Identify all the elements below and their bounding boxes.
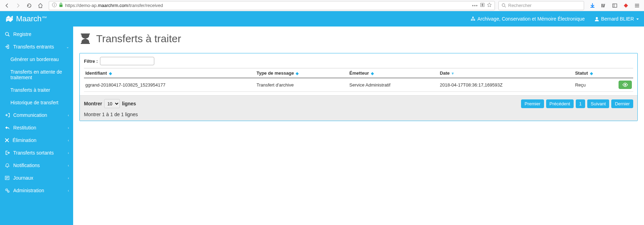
svg-rect-16 [471,20,472,21]
user-menu[interactable]: Bernard BLIER [595,16,639,22]
cell-date: 2018-04-17T08:36:17,169593Z [439,78,574,92]
app-header: Maarch RM Archivage, Conservation et Mém… [0,11,644,27]
sidebar-toggle-button[interactable] [610,1,620,10]
svg-point-28 [6,189,7,190]
sidebar-item-label: Notifications [13,163,40,168]
sidebar-item-administration[interactable]: Administration ‹ [0,184,73,197]
view-button[interactable] [619,81,632,89]
reload-button[interactable] [24,1,34,10]
transfers-table: Identifiant ◆ Type de message ◆ Émetteur… [84,68,633,92]
search-placeholder: Rechercher [508,3,532,8]
svg-rect-15 [472,17,474,18]
chevron-down-icon: ⌄ [66,45,69,49]
sidebar-sub-transferts-attente[interactable]: Transferts en attente de traitement [0,66,73,84]
pager-next[interactable]: Suivant [587,99,609,108]
page-actions-icon[interactable]: ••• [472,3,478,8]
sidebar-item-label: Administration [13,188,44,193]
url-box[interactable]: https://demo-ap.maarchrm.com/transfer/re… [49,1,495,10]
svg-line-6 [505,6,506,8]
show-label-after: lignes [122,101,136,106]
reader-mode-icon[interactable] [480,2,485,8]
sort-icon: ◆ [109,71,112,75]
svg-point-4 [482,4,483,6]
brand-sub: RM [42,16,46,19]
chevron-left-icon: ‹ [68,189,69,193]
library-button[interactable] [599,1,608,10]
reply-icon [5,125,10,130]
extension-icon[interactable] [621,1,631,10]
sitemap-icon [471,16,475,21]
sidebar-item-label: Générer un bordereau [10,57,59,62]
home-button[interactable] [36,1,45,10]
sidebar-item-label: Journaux [13,175,33,181]
cell-type: Transfert d'archive [255,78,348,92]
menu-button[interactable] [632,1,642,10]
svg-rect-30 [81,33,90,35]
pager-last[interactable]: Dernier [611,99,633,108]
lock-icon [59,2,63,8]
chevron-left-icon: ‹ [68,138,69,142]
col-emetteur[interactable]: Émetteur ◆ [348,68,439,78]
sidebar-sub-transferts-traiter[interactable]: Transferts à traiter [0,84,73,96]
filter-label: Filtre : [84,59,98,64]
main-content: Transferts à traiter Filtre : Identifian… [73,27,644,225]
newspaper-icon [5,175,10,180]
times-icon [5,138,9,142]
bookmark-star-icon[interactable] [487,2,492,8]
col-date[interactable]: Date ▾ [439,68,574,78]
col-type[interactable]: Type de message ◆ [255,68,348,78]
pager-prev[interactable]: Précédent [546,99,574,108]
chevron-left-icon: ‹ [68,113,69,117]
page-size-select[interactable]: 10 [104,99,120,108]
search-box[interactable]: Rechercher [498,1,584,10]
cogs-icon [5,188,10,193]
sidebar-item-transferts-entrants[interactable]: Transferts entrants ⌄ [0,40,73,53]
pager: Premier Précédent 1 Suivant Dernier [521,99,633,108]
share-icon [5,113,10,118]
header-title[interactable]: Archivage, Conservation et Mémoire Élect… [471,16,585,22]
sidebar-item-label: Élimination [13,137,36,143]
info-icon [52,2,57,8]
brand[interactable]: Maarch RM [5,14,47,23]
cell-id: ggrand-20180417-103825_1523954177 [84,78,255,92]
sidebar-item-label: Transferts entrants [13,44,54,50]
filter-input[interactable] [100,57,154,65]
col-statut[interactable]: Statut ◆ [574,68,616,78]
back-button[interactable] [2,1,12,10]
sidebar-item-elimination[interactable]: Élimination ‹ [0,134,73,147]
sidebar-item-label: Transferts sortants [13,150,54,156]
sidebar-item-journaux[interactable]: Journaux ‹ [0,172,73,184]
sidebar-item-transferts-sortants[interactable]: Transferts sortants ‹ [0,147,73,159]
svg-rect-3 [60,5,63,7]
pager-first[interactable]: Premier [521,99,544,108]
sidebar-item-label: Historique de transfert [10,100,59,105]
col-identifiant[interactable]: Identifiant ◆ [84,68,255,78]
sidebar-item-communication[interactable]: Communication ‹ [0,109,73,121]
show-label-before: Montrer [84,101,102,106]
user-name: Bernard BLIER [601,16,634,22]
downloads-button[interactable] [588,1,597,10]
forward-button[interactable] [13,1,23,10]
svg-rect-18 [474,20,475,21]
sort-icon: ◆ [590,71,593,75]
svg-line-21 [8,35,10,37]
pager-page-1[interactable]: 1 [576,99,585,108]
sidebar-item-registre[interactable]: Registre [0,28,73,40]
col-actions [616,68,633,78]
sort-desc-icon: ▾ [452,71,454,75]
brand-name: Maarch [16,14,41,23]
eye-icon [622,83,628,87]
table-row: ggrand-20180417-103825_1523954177 Transf… [84,78,633,92]
svg-rect-17 [472,20,473,21]
cell-status: Reçu [574,78,616,92]
sidebar: Registre Transferts entrants ⌄ Générer u… [0,27,73,225]
transfers-panel: Filtre : Identifiant ◆ Type de message ◆… [79,53,638,121]
sidebar-sub-generer-bordereau[interactable]: Générer un bordereau [0,53,73,66]
sidebar-item-restitution[interactable]: Restitution ‹ [0,121,73,134]
svg-rect-10 [613,4,617,7]
caret-down-icon [636,17,639,21]
sidebar-sub-historique-transfert[interactable]: Historique de transfert [0,96,73,109]
page-size-group: Montrer 10 lignes [84,99,136,108]
sidebar-item-notifications[interactable]: Notifications ‹ [0,159,73,172]
sort-icon: ◆ [296,71,298,75]
